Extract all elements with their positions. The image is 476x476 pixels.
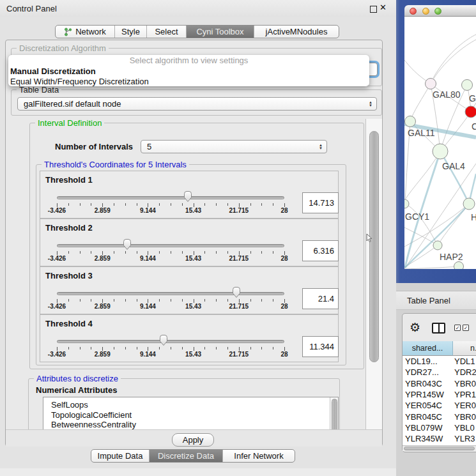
tab-jactivemnodules[interactable]: jActiveMNodules	[254, 26, 339, 38]
columns-icon[interactable]	[432, 323, 445, 334]
slider-tick-label: 28	[280, 207, 288, 214]
slider-tick-label: 21.715	[229, 207, 249, 214]
table-row[interactable]: YER054CYER0	[403, 400, 476, 411]
network-edge[interactable]	[410, 84, 431, 121]
slider-tick-label: 2.859	[95, 303, 111, 310]
threshold-value-field[interactable]: 11.344	[302, 336, 339, 357]
threshold-value-field[interactable]: 21.4	[302, 288, 339, 309]
slider-thumb[interactable]	[158, 334, 169, 346]
table-data-combobox[interactable]: galFiltered.sif default node ▲▼	[17, 97, 377, 111]
network-node[interactable]	[454, 262, 464, 270]
attribute-list-item[interactable]: TopologicalCoefficient	[43, 410, 338, 420]
algorithm-popup-placeholder: Select algorithm to view settings	[8, 55, 369, 66]
slider-tick-label: 15.43	[185, 207, 201, 214]
threshold-panel-3: Threshold 3-3.4262.8599.14415.4321.71528…	[40, 266, 339, 314]
network-edge[interactable]	[404, 151, 440, 201]
panel-scrollbar[interactable]	[365, 119, 382, 429]
table-row[interactable]: YLR345WYLR3	[403, 433, 476, 444]
slider-tick-label: 28	[280, 255, 288, 262]
table-row[interactable]: YDL19...YDL1	[403, 356, 476, 367]
threshold-slider-track[interactable]	[57, 340, 284, 343]
network-node-hap2[interactable]	[433, 241, 442, 250]
number-of-intervals-value: 5	[147, 142, 151, 151]
slider-thumb[interactable]	[183, 190, 193, 203]
network-edge[interactable]	[431, 40, 476, 84]
traffic-light-minimize-icon[interactable]	[422, 8, 429, 15]
network-edge[interactable]	[433, 35, 476, 78]
threshold-panel-1: Threshold 1-3.4262.8599.14415.4321.71528…	[40, 171, 339, 219]
threshold-label: Threshold 2	[45, 223, 93, 233]
table-header-name[interactable]: n...	[453, 341, 476, 356]
network-node-label: GAL4	[442, 161, 465, 171]
attribute-list-item[interactable]: BetweennessCentrality	[43, 420, 338, 430]
tab-discretize-data[interactable]: Discretize Data	[150, 450, 223, 462]
slider-tick-label: 9.144	[140, 255, 156, 262]
attributes-group-label: Attributes to discretize	[34, 374, 121, 383]
slider-tick-label: 21.715	[229, 351, 249, 358]
network-node-label: C	[472, 121, 476, 132]
table-row[interactable]: YBR045CYBR0	[403, 411, 476, 422]
tab-impute-data[interactable]: Impute Data	[91, 450, 150, 462]
threshold-value-field[interactable]: 6.316	[302, 240, 339, 261]
tab-infer-network[interactable]: Infer Network	[223, 450, 295, 462]
tab-select[interactable]: Select	[147, 26, 187, 38]
node-table[interactable]: shared... n... YDL19...YDL1YDR27...YDR2Y…	[403, 341, 476, 445]
slider-tick-label: 21.715	[229, 255, 249, 262]
traffic-light-zoom-icon[interactable]	[434, 8, 441, 15]
attribute-list-item[interactable]: SelfLoops	[43, 400, 338, 410]
mouse-cursor	[366, 234, 372, 243]
network-node-c[interactable]	[465, 106, 476, 118]
table-row[interactable]: YDR27...YDR2	[403, 367, 476, 378]
network-edge[interactable]	[404, 266, 459, 269]
checkbox-icon[interactable]: ✓	[454, 325, 461, 331]
threshold-label: Threshold 3	[45, 271, 93, 280]
control-panel-title: Control Panel	[6, 4, 57, 13]
apply-button[interactable]: Apply	[172, 433, 214, 447]
network-node-label: HAP2	[440, 252, 463, 262]
network-node-label: GA	[469, 93, 476, 104]
tab-style[interactable]: Style	[115, 26, 147, 38]
tab-network[interactable]: Network	[56, 26, 115, 38]
network-window-titlebar[interactable]	[404, 5, 476, 17]
table-row[interactable]: YPR145WYPR1	[403, 389, 476, 400]
threshold-value-field[interactable]: 14.713	[302, 192, 339, 213]
network-edge-thick[interactable]	[440, 151, 469, 204]
network-tab-icon	[64, 27, 72, 36]
algorithm-popup-item-manual[interactable]: Manual Discretization	[8, 66, 369, 76]
network-node-h[interactable]	[463, 198, 475, 210]
gear-icon[interactable]: ⚙	[410, 320, 420, 335]
float-window-icon[interactable]	[370, 6, 377, 13]
network-node-gcy1[interactable]	[404, 199, 409, 208]
combo-stepper-icon: ▲▼	[369, 101, 372, 107]
control-panel-tab-bar: NetworkStyleSelectCyni ToolboxjActiveMNo…	[55, 25, 339, 38]
algorithm-popup-item-equal-width[interactable]: Equal Width/Frequency Discretization	[8, 76, 369, 86]
discretization-algorithm-group-label: Discretization Algorithm	[17, 43, 109, 53]
tab-cyni-toolbox[interactable]: Cyni Toolbox	[187, 26, 254, 38]
table-data-combobox-value: galFiltered.sif default node	[24, 99, 121, 109]
traffic-light-close-icon[interactable]	[410, 8, 417, 15]
network-node-gal11[interactable]	[405, 116, 416, 127]
network-view-canvas[interactable]: GAL80GACGAL11GAL4GCY1HHAP2	[404, 17, 476, 269]
table-row[interactable]: YBR043CYBR0	[403, 378, 476, 389]
network-node-gal4[interactable]	[433, 144, 448, 159]
bottom-strip	[0, 468, 396, 476]
screen: Control Panel ✕ NetworkStyleSelectCyni T…	[0, 0, 476, 476]
slider-tick-label: -3.426	[48, 255, 66, 262]
slider-thumb[interactable]	[122, 238, 132, 250]
panel-scrollbar-thumb[interactable]	[369, 131, 379, 362]
threshold-slider-track[interactable]	[57, 292, 284, 295]
network-node-gal80[interactable]	[426, 79, 436, 89]
threshold-slider-track[interactable]	[57, 244, 284, 247]
slider-thumb[interactable]	[231, 286, 242, 298]
number-of-intervals-combobox[interactable]: 5 ▲▼	[141, 140, 327, 153]
table-header-shared-name[interactable]: shared...	[403, 341, 453, 356]
table-hscrollbar-thumb[interactable]	[404, 447, 475, 450]
checkbox-icon[interactable]: ✓	[463, 325, 469, 331]
network-node-ga[interactable]	[462, 80, 473, 91]
interval-definition-group-label: Interval Definition	[35, 118, 104, 128]
slider-tick-label: -3.426	[48, 303, 66, 310]
table-row[interactable]: YBL079WYBL0	[403, 422, 476, 433]
threshold-slider-track[interactable]	[57, 196, 284, 199]
slider-tick-label: 2.859	[95, 351, 111, 358]
close-icon[interactable]: ✕	[380, 3, 387, 12]
